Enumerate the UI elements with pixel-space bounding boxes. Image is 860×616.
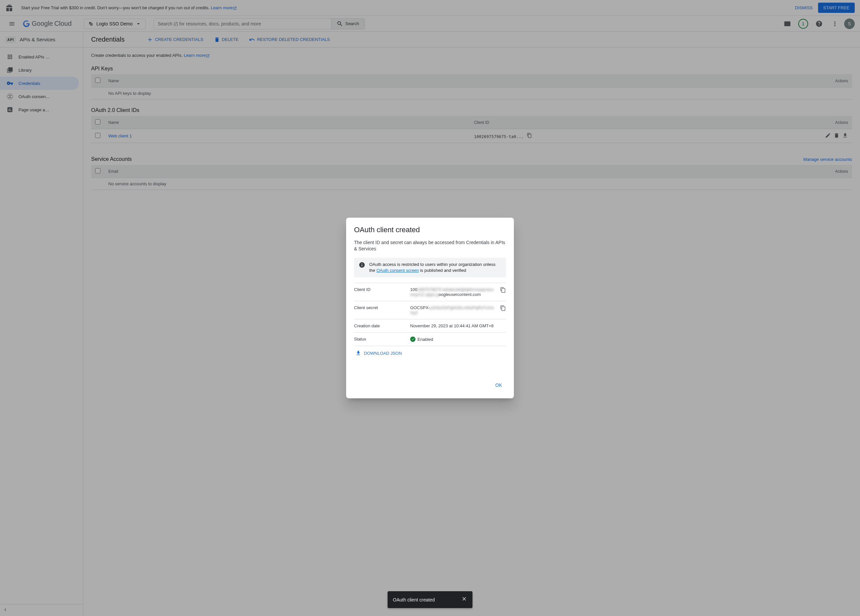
toast-close-icon[interactable] bbox=[461, 596, 467, 603]
client-secret-value-wrap: GOCSPX-p3AbcDeFgHiJkLmNoPqRsTuVwXyZ bbox=[410, 305, 506, 315]
creation-date-label: Creation date bbox=[354, 323, 410, 328]
modal-description: The client ID and secret can always be a… bbox=[354, 239, 506, 252]
status-value: Enabled bbox=[417, 337, 433, 342]
client-id-value-wrap: 1002697579675-ta0abcdefghijklmnopqrstuvw… bbox=[410, 287, 506, 297]
status-row: Status Enabled bbox=[354, 332, 506, 346]
copy-client-secret-icon[interactable] bbox=[500, 305, 506, 312]
client-id-row: Client ID 1002697579675-ta0abcdefghijklm… bbox=[354, 283, 506, 301]
oauth-consent-screen-link[interactable]: OAuth consent screen bbox=[377, 268, 419, 273]
info-icon bbox=[359, 262, 365, 268]
modal-title: OAuth client created bbox=[354, 226, 506, 234]
client-secret-text: GOCSPX-p3AbcDeFgHiJkLmNoPqRsTuVwXyZ bbox=[410, 305, 495, 315]
toast: OAuth client created bbox=[388, 591, 472, 608]
info-box: OAuth access is restricted to users with… bbox=[354, 258, 506, 277]
client-secret-label: Client secret bbox=[354, 305, 410, 310]
copy-client-id-icon[interactable] bbox=[500, 287, 506, 294]
client-id-text: 1002697579675-ta0abcdefghijklmnopqrstuvw… bbox=[410, 287, 495, 297]
client-secret-row: Client secret GOCSPX-p3AbcDeFgHiJkLmNoPq… bbox=[354, 301, 506, 319]
client-id-suffix: oogleusercontent.com bbox=[439, 292, 481, 297]
info-suffix: is published and verified bbox=[419, 268, 466, 273]
ok-button[interactable]: OK bbox=[491, 380, 506, 390]
check-icon bbox=[410, 336, 416, 342]
download-icon bbox=[355, 350, 361, 356]
info-text: OAuth access is restricted to users with… bbox=[369, 262, 501, 273]
creation-date-row: Creation date November 29, 2023 at 10:44… bbox=[354, 319, 506, 332]
client-id-label: Client ID bbox=[354, 287, 410, 292]
download-json-label: DOWNLOAD JSON bbox=[364, 351, 402, 356]
creation-date-value: November 29, 2023 at 10:44:41 AM GMT+8 bbox=[410, 323, 506, 328]
toast-message: OAuth client created bbox=[393, 597, 435, 602]
modal-scrim[interactable]: OAuth client created The client ID and s… bbox=[0, 0, 860, 616]
client-secret-prefix: GOCSPX- bbox=[410, 305, 430, 310]
client-id-prefix: 100 bbox=[410, 287, 417, 292]
status-value-wrap: Enabled bbox=[410, 336, 433, 342]
oauth-created-modal: OAuth client created The client ID and s… bbox=[346, 218, 514, 399]
modal-footer: OK bbox=[354, 380, 506, 390]
download-json-button[interactable]: DOWNLOAD JSON bbox=[354, 346, 506, 360]
status-label: Status bbox=[354, 336, 410, 341]
